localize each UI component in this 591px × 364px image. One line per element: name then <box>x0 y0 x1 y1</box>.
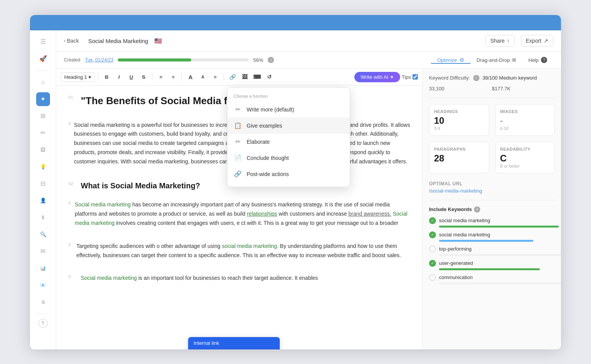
sidebar-icon-search[interactable]: 🔍 <box>36 228 50 241</box>
unordered-list-button[interactable]: ≡ <box>168 71 179 82</box>
heading-label: Heading 1 <box>64 74 87 80</box>
kw-text-1: social media marketing <box>439 232 490 238</box>
back-button[interactable]: ‹ Back <box>64 38 79 44</box>
sidebar-icon-person[interactable]: 👤 <box>36 194 50 208</box>
sidebar-icon-mail2[interactable]: 📧 <box>36 278 50 292</box>
p2-row: p Social media marketing has become an i… <box>68 200 410 235</box>
metric-paragraphs-value: 28 <box>434 153 484 164</box>
kw-item-3: ✓ user-generated <box>429 260 555 270</box>
sidebar-divider <box>37 70 49 71</box>
h2-prefix-label: h2 <box>68 181 78 196</box>
sidebar-icon-monitor[interactable]: 🖥 <box>36 295 50 309</box>
editor-area: Heading 1 ▾ B I U S ≡ ≡ A A <box>56 69 561 349</box>
undo-button[interactable]: ↺ <box>264 71 275 82</box>
dropdown-item-write-more[interactable]: ✏ Write more (default) <box>227 101 350 118</box>
font-size-large-button[interactable]: A <box>185 71 196 82</box>
metric-paragraphs: PARAGRAPHS 28 <box>429 142 489 173</box>
sidebar-icon-chart[interactable]: 📊 <box>36 261 50 275</box>
chevron-down-icon: ▾ <box>88 74 91 80</box>
underline-button[interactable]: U <box>126 71 137 82</box>
metric-images-label: IMAGES <box>500 109 550 114</box>
divider2 <box>429 200 555 200</box>
kw-difficulty-value: 38/100 Medium keyword <box>482 75 537 81</box>
metric-headings-sub: 3-9 <box>434 126 484 131</box>
sidebar-icon-lightbulb[interactable]: 💡 <box>36 160 50 174</box>
p4-text-content: is an important tool for businesses to r… <box>138 275 318 281</box>
sidebar-icon-tools[interactable]: ✦ <box>36 92 50 106</box>
image-button[interactable]: 🖼 <box>239 71 250 82</box>
p3-text-start: Targeting specific audiences with o <box>76 243 159 249</box>
share-button[interactable]: Share ↑ <box>485 35 514 47</box>
metric-headings: HEADINGS 10 3-9 <box>429 104 489 136</box>
share-icon: ↑ <box>507 38 510 44</box>
p3-green3-text: social media marketing. <box>222 243 279 249</box>
help-label: Help <box>528 57 539 63</box>
app-body: ☰ 🚀 ⌂ ✦ ⊞ ✏ 🖼 💡 ⊟ 👤 $ 🔍 ✉ 📊 📧 🖥 ? <box>30 30 561 349</box>
dropdown-item-conclude[interactable]: 📄 Conclude thought <box>227 150 350 166</box>
tips-checkbox[interactable] <box>412 74 418 80</box>
metrics-grid: HEADINGS 10 3-9 IMAGES - 6-18 PARAGRAPHS… <box>429 104 555 173</box>
stat1-value: 33,100 <box>429 86 444 91</box>
export-button[interactable]: Export ↗ <box>521 35 553 47</box>
sidebar-icon-help[interactable]: ? <box>38 319 48 328</box>
sidebar-icon-dollar[interactable]: $ <box>36 211 50 224</box>
p2-link2-text[interactable]: brand awareness. <box>349 211 391 217</box>
post-wide-label: Post-wide actions <box>247 171 289 177</box>
dropdown-item-give-examples[interactable]: 📋 Give examples <box>227 118 350 134</box>
sidebar-icon-edit[interactable]: ✏ <box>36 126 50 140</box>
write-more-icon: ✏ <box>234 105 242 114</box>
created-date[interactable]: Tue, 01/24/23 <box>85 57 114 63</box>
give-examples-icon: 📋 <box>234 121 242 130</box>
dropdown-item-post-wide[interactable]: 🔗 Post-wide actions <box>227 166 350 182</box>
sidebar-icon-menu[interactable]: ☰ <box>36 35 50 49</box>
p2-prefix-label: p <box>68 200 72 235</box>
kw-row-2: top-performing <box>429 246 555 253</box>
metric-readability-label: READABILITY <box>500 147 550 151</box>
stat2-value: $177.7K <box>492 86 511 91</box>
toolbar: Heading 1 ▾ B I U S ≡ ≡ A A <box>56 69 422 86</box>
optimal-url-label: OPTIMAL URL <box>429 181 555 186</box>
bold-button[interactable]: B <box>101 71 112 82</box>
tab-optimize[interactable]: Optimize ⚙ <box>431 57 470 64</box>
code-button[interactable]: ⌨ <box>252 71 262 82</box>
kw-difficulty-info-icon[interactable]: i <box>473 75 479 81</box>
write-ai-button[interactable]: Write with AI ✦ <box>354 72 400 82</box>
divider <box>429 98 555 98</box>
kw-bar-1 <box>439 240 533 242</box>
kw-text-3: user-generated <box>439 260 473 266</box>
internal-link-popup: Internal link /brand-awareness ↗ 🗑 Dismi… <box>188 337 280 349</box>
heading-select[interactable]: Heading 1 ▾ <box>61 72 95 82</box>
sidebar-icon-mail[interactable]: ✉ <box>36 244 50 258</box>
italic-button[interactable]: I <box>114 71 124 82</box>
drag-drop-icon: ⊞ <box>512 57 516 63</box>
flag-icon: 🇺🇸 <box>154 37 162 45</box>
kw-item-1: ✓ social media marketing <box>429 231 555 242</box>
p4-text: Social media marketing is an important t… <box>81 274 318 283</box>
tab-drag-drop[interactable]: Drag-and-Drop ⊞ <box>471 57 523 64</box>
metric-images-value: - <box>500 115 550 126</box>
progress-info-icon[interactable]: i <box>268 57 274 63</box>
sidebar-icon-image[interactable]: 🖼 <box>36 143 50 157</box>
sidebar-icon-rocket[interactable]: 🚀 <box>36 52 50 66</box>
font-size-small-button[interactable]: A <box>197 71 208 82</box>
strikethrough-button[interactable]: S <box>138 71 149 82</box>
include-keywords-info-icon[interactable]: i <box>474 206 480 213</box>
help-circle-icon: ? <box>541 57 547 63</box>
ordered-list-button[interactable]: ≡ <box>155 71 166 82</box>
dropdown-item-elaborate[interactable]: ✏ Elaborate <box>227 134 350 150</box>
tab-help[interactable]: Help ? <box>522 57 553 64</box>
align-button[interactable]: ≡ <box>210 71 220 82</box>
kw-row-3: ✓ user-generated <box>429 260 555 267</box>
sidebar-icon-table[interactable]: ⊟ <box>36 177 50 191</box>
p2-with: with customers and increase <box>279 211 348 217</box>
elaborate-label: Elaborate <box>247 139 270 145</box>
sidebar-icon-grid[interactable]: ⊞ <box>36 109 50 123</box>
optimize-label: Optimize <box>437 57 457 63</box>
metric-headings-value: 10 <box>434 115 484 126</box>
sidebar-icon-home[interactable]: ⌂ <box>36 75 50 89</box>
link-button[interactable]: 🔗 <box>227 71 238 82</box>
conclude-icon: 📄 <box>234 154 242 162</box>
sidebar-divider2 <box>37 314 49 314</box>
p2-link-text[interactable]: relationships <box>247 211 277 217</box>
kw-row-4: communication <box>429 274 555 281</box>
